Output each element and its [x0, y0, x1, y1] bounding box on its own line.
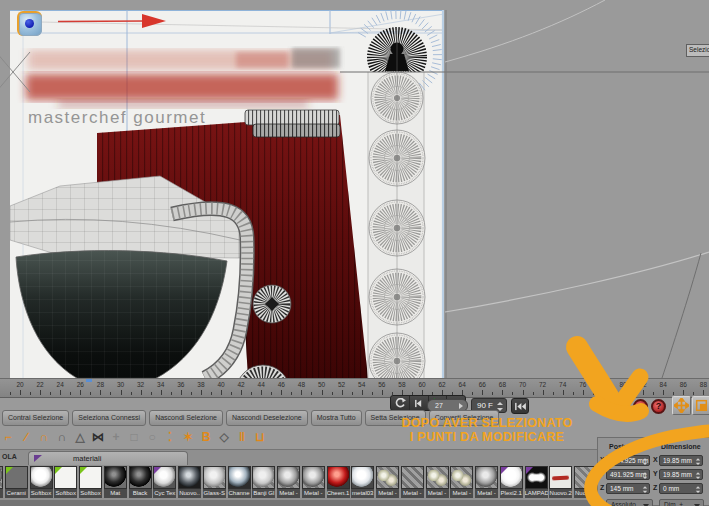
material-thumbnail-flatwhite[interactable] — [79, 466, 102, 489]
material-tile[interactable]: Metal - — [277, 466, 300, 499]
bevel-icon[interactable]: ⌐ — [0, 428, 16, 446]
material-tile[interactable]: Metal - — [450, 466, 473, 499]
position-y-field[interactable]: 491.925 mm — [606, 469, 650, 480]
stitch-icon[interactable]: ⁚ — [162, 428, 178, 446]
prev-frame-button[interactable] — [410, 396, 429, 410]
add-point-icon[interactable]: + — [108, 428, 124, 446]
material-tile[interactable]: Metal - — [376, 466, 399, 499]
mirror-icon[interactable]: ⋈ — [90, 428, 106, 446]
fill-icon[interactable]: ⊔ — [252, 428, 268, 446]
material-thumbnail-plexi[interactable] — [500, 466, 523, 489]
selection-button-mostra-tutto[interactable]: Mostra Tutto — [311, 410, 362, 426]
material-tile[interactable]: Cheen.1 — [327, 466, 350, 499]
material-tile[interactable]: Metal - — [302, 466, 325, 499]
material-tile[interactable]: Metal - — [426, 466, 449, 499]
material-tile[interactable]: Nuovo.. — [178, 466, 201, 499]
ring-icon[interactable]: ○ — [144, 428, 160, 446]
cube-icon[interactable]: ◇ — [216, 428, 232, 446]
material-thumbnail-flatwhite[interactable] — [54, 466, 77, 489]
material-tile[interactable]: Banji Gl — [252, 466, 275, 499]
stepper-icon[interactable] — [643, 472, 648, 479]
material-thumbnail-metal[interactable] — [302, 466, 325, 489]
move-tool-icon[interactable] — [672, 396, 691, 415]
material-tile[interactable]: LAMPAD — [525, 466, 548, 499]
tab-fragment[interactable]: OLA — [2, 453, 17, 460]
material-tile[interactable]: Plexi2.1 — [500, 466, 523, 499]
current-frame-marker[interactable] — [86, 379, 92, 382]
material-tile[interactable]: Cyc Tex — [153, 466, 176, 499]
stepper-icon[interactable] — [696, 486, 701, 493]
field-value: 0 mm — [663, 485, 679, 492]
tab-materials[interactable]: materiali — [28, 451, 188, 466]
stepper-icon[interactable] — [696, 472, 701, 479]
material-thumbnail-spherewhite[interactable] — [30, 466, 53, 489]
material-thumbnail-scribble[interactable] — [549, 466, 572, 489]
material-tile[interactable] — [0, 466, 3, 499]
material-tile[interactable]: Nuovo.r — [574, 466, 597, 499]
material-tile[interactable]: Softbox — [54, 466, 77, 499]
material-thumbnail-metal[interactable] — [0, 466, 3, 489]
material-thumbnail-lamp[interactable] — [525, 466, 548, 489]
material-flag-icon — [6, 467, 13, 474]
selection-button-nascondi-selezione[interactable]: Nascondi Selezione — [149, 410, 223, 426]
material-thumbnail-glass[interactable] — [203, 466, 226, 489]
magnet-icon[interactable]: ∩ — [36, 428, 52, 446]
stepper-icon[interactable] — [643, 486, 648, 493]
matrix-icon[interactable]: □ — [126, 428, 142, 446]
material-thumbnail-flatdark[interactable] — [5, 466, 28, 489]
view-axis-widget[interactable] — [17, 11, 42, 36]
viewport-canvas[interactable]: masterchef gourmet — [0, 0, 709, 378]
material-thumbnail-discoball[interactable] — [178, 466, 201, 489]
dimension-mode-dropdown[interactable]: Dim. + — [659, 499, 704, 506]
selection-button-contrai-selezione[interactable]: Contrai Selezione — [2, 410, 69, 426]
help-button[interactable]: ? — [651, 399, 666, 414]
material-thumbnail-red[interactable] — [327, 466, 350, 489]
material-thumbnail-sparkle[interactable] — [426, 466, 449, 489]
material-tile[interactable]: Mat — [104, 466, 127, 499]
material-thumbnail-chrome[interactable] — [228, 466, 251, 489]
material-thumbnail-sphereblack[interactable] — [104, 466, 127, 489]
stepper-icon[interactable] — [696, 458, 701, 465]
material-tile[interactable]: Black — [129, 466, 152, 499]
material-thumbnail-stripes[interactable] — [574, 466, 597, 489]
position-x-field[interactable]: -214.925 mm — [606, 455, 650, 466]
material-tile[interactable]: Cerami — [5, 466, 28, 499]
viewport[interactable]: masterchef gourmet — [0, 0, 709, 378]
material-thumbnail-banji[interactable] — [252, 466, 275, 489]
selection-button-seleziona-connessi[interactable]: Seleziona Connessi — [72, 410, 146, 426]
material-thumbnail-silver[interactable] — [351, 466, 374, 489]
pyramid-icon[interactable]: △ — [72, 428, 88, 446]
bridge-icon[interactable]: B — [198, 428, 214, 446]
record-button[interactable] — [633, 399, 648, 414]
material-thumbnail-metal[interactable] — [277, 466, 300, 489]
split-icon[interactable]: ‖ — [234, 428, 250, 446]
material-tile[interactable]: Softbox — [79, 466, 102, 499]
material-thumbnail-metal[interactable] — [475, 466, 498, 489]
material-thumbnail-sparkle[interactable] — [376, 466, 399, 489]
position-mode-dropdown[interactable]: Assoluto — [606, 499, 653, 506]
scale-tool-icon[interactable] — [692, 396, 709, 415]
stepper-icon[interactable] — [643, 458, 648, 465]
material-tile[interactable]: Metal - — [475, 466, 498, 499]
dimension-z-field[interactable]: 0 mm — [659, 483, 703, 494]
goto-start-button[interactable] — [511, 398, 529, 414]
material-thumbnail-spherelgray[interactable] — [153, 466, 176, 489]
arch-icon[interactable]: ∩ — [54, 428, 70, 446]
material-tile[interactable]: Metal - — [401, 466, 424, 499]
knob-dial[interactable] — [253, 285, 291, 323]
material-tile[interactable]: Nuovo.2 — [549, 466, 572, 499]
material-tile[interactable]: metal03 — [351, 466, 374, 499]
material-thumbnail-stripeflat[interactable] — [401, 466, 424, 489]
position-z-field[interactable]: 145 mm — [606, 483, 650, 494]
knife-icon[interactable]: ∕ — [18, 428, 34, 446]
selection-button-nascondi-deselezione[interactable]: Nascondi Deselezione — [226, 410, 308, 426]
material-tile[interactable]: Glass-S — [203, 466, 226, 499]
loop-button[interactable] — [391, 396, 410, 410]
dimension-y-field[interactable]: 19.85 mm — [659, 469, 703, 480]
material-thumbnail-sphereblack[interactable] — [129, 466, 152, 489]
material-tile[interactable]: Softbox — [30, 466, 53, 499]
dimension-x-field[interactable]: 19.85 mm — [659, 455, 703, 466]
weld-icon[interactable]: ✶ — [180, 428, 196, 446]
material-tile[interactable]: Channe — [228, 466, 251, 499]
material-thumbnail-sparkle[interactable] — [450, 466, 473, 489]
